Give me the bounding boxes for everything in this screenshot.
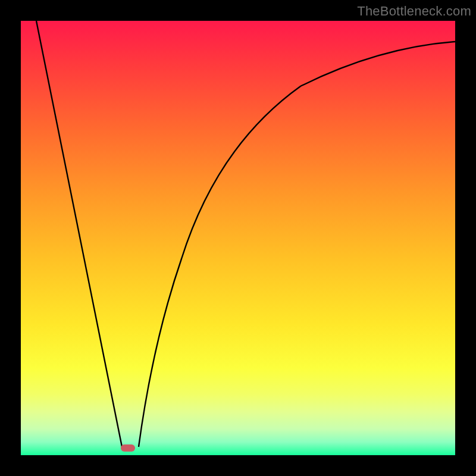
- plot-area: [21, 21, 455, 455]
- bottleneck-curve: [21, 21, 455, 455]
- chart-frame: TheBottleneck.com: [0, 0, 476, 476]
- curve-right: [139, 42, 455, 447]
- watermark-text: TheBottleneck.com: [357, 4, 471, 19]
- optimal-marker: [121, 444, 135, 452]
- curve-left: [36, 21, 122, 447]
